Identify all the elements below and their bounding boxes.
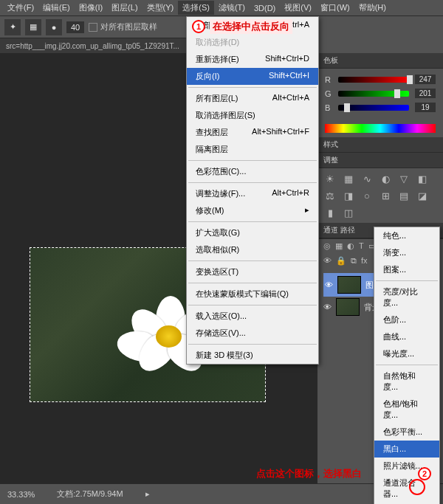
annotation-1-text: 在选择中点击反向 [210, 19, 292, 34]
select-menu-item[interactable]: 反向(I)Shift+Ctrl+I [187, 68, 318, 85]
adj-menu-item[interactable]: 图案... [374, 261, 439, 278]
select-menu-item[interactable]: 新建 3D 模型(3) [187, 347, 318, 364]
badge-2: 2 [418, 467, 431, 480]
adj-menu-item[interactable]: 亮度/对比度... [374, 283, 439, 311]
select-menu-item[interactable]: 色彩范围(C)... [187, 163, 318, 180]
menu-select[interactable]: 选择(S) [178, 1, 214, 15]
status-chevron-icon[interactable]: ▸ [145, 489, 150, 499]
select-menu-item[interactable]: 选取相似(R) [187, 241, 318, 258]
styles-panel-header[interactable]: 样式 [317, 137, 443, 153]
r-slider[interactable] [338, 77, 409, 83]
hue-icon[interactable]: ◧ [416, 173, 429, 184]
filter-pixel-icon[interactable]: ▦ [335, 241, 343, 251]
tolerance-value[interactable]: 40 [66, 21, 84, 33]
select-menu-item[interactable]: 修改(M)▸ [187, 202, 318, 219]
lock-icon[interactable]: 🔒 [336, 256, 346, 266]
exposure-icon[interactable]: ◐ [379, 173, 392, 184]
bw-icon[interactable]: ◨ [342, 190, 355, 201]
annotation-2-text: 点击这个图标，选择黑白 [256, 467, 362, 480]
visibility-icon[interactable]: 👁 [323, 303, 332, 311]
menu-file[interactable]: 文件(F) [3, 1, 38, 15]
select-menu-item[interactable]: 隔离图层 [187, 141, 318, 158]
select-menu-item[interactable]: 重新选择(E)Shift+Ctrl+D [187, 51, 318, 68]
adj-menu-item[interactable]: 渐变... [374, 244, 439, 261]
levels-icon[interactable]: ▦ [342, 173, 355, 184]
filter-kind-icon[interactable]: ◎ [323, 241, 331, 251]
threshold-icon[interactable]: ◫ [342, 207, 355, 218]
select-menu-item[interactable]: 扩大选取(G) [187, 224, 318, 241]
layer-thumb [336, 298, 360, 316]
b-value[interactable]: 19 [415, 103, 436, 112]
color-sliders: R247 G201 B19 [317, 69, 443, 122]
swatches-panel-header[interactable]: 色板 [317, 53, 443, 69]
menu-view[interactable]: 视图(V) [280, 1, 316, 15]
select-menu-item[interactable]: 查找图层Alt+Shift+Ctrl+F [187, 124, 318, 141]
selection-mode-icon[interactable]: ▦ [25, 19, 41, 35]
badge-1: 1 [192, 20, 205, 33]
brightness-icon[interactable]: ☀ [323, 173, 337, 184]
doc-size: 文档:2.75M/9.94M [57, 489, 123, 500]
menu-window[interactable]: 窗口(W) [316, 1, 354, 15]
menubar: 文件(F) 编辑(E) 图像(I) 图层(L) 类型(Y) 选择(S) 滤镜(T… [0, 0, 443, 16]
adj-menu-item[interactable]: 色相/饱和度... [374, 396, 439, 424]
adj-menu-item[interactable]: 色阶... [374, 311, 439, 328]
g-value[interactable]: 201 [415, 89, 436, 98]
lookup-icon[interactable]: ▤ [397, 190, 411, 201]
adj-menu-item[interactable]: 黑白... [374, 441, 439, 458]
annotation-2-ring: 2 [409, 479, 425, 495]
mixer-icon[interactable]: ⊞ [379, 190, 392, 201]
sample-all-layers-checkbox[interactable]: 对所有图层取样 [89, 21, 157, 32]
g-label: G [325, 89, 332, 98]
brush-size-icon[interactable]: ● [46, 19, 62, 35]
menu-layer[interactable]: 图层(L) [107, 1, 142, 15]
adj-menu-item[interactable]: 曲线... [374, 328, 439, 345]
filter-icon[interactable]: ○ [360, 190, 374, 201]
link-icon[interactable]: ⧉ [351, 256, 357, 266]
menu-3d[interactable]: 3D(D) [250, 2, 280, 14]
eye-icon[interactable]: 👁 [323, 256, 332, 266]
select-menu-item[interactable]: 变换选区(T) [187, 263, 318, 280]
menu-image[interactable]: 图像(I) [75, 1, 107, 15]
layer-thumb [337, 276, 361, 294]
filter-adj-icon[interactable]: ◐ [347, 241, 354, 251]
color-spectrum[interactable] [325, 124, 436, 133]
select-menu-item[interactable]: 存储选区(V)... [187, 325, 318, 342]
select-menu-item[interactable]: 取消选择图层(S) [187, 107, 318, 124]
adj-menu-item[interactable]: 纯色... [374, 227, 439, 244]
zoom-level[interactable]: 33.33% [7, 490, 35, 499]
b-label: B [325, 103, 332, 112]
adj-menu-item[interactable]: 通道混合器... [374, 474, 439, 503]
menu-type[interactable]: 类型(Y) [142, 1, 179, 15]
wand-tool-icon[interactable]: ✦ [4, 19, 21, 35]
annotation-1: 1 在选择中点击反向 [192, 19, 292, 34]
vibrance-icon[interactable]: ▽ [397, 173, 411, 184]
select-menu-item[interactable]: 在快速蒙版模式下编辑(Q) [187, 286, 318, 303]
fx-icon[interactable]: fx [361, 256, 368, 266]
adjustment-popup-menu: 纯色...渐变...图案...亮度/对比度...色阶...曲线...曝光度...… [374, 227, 440, 504]
r-value[interactable]: 247 [415, 75, 436, 84]
menu-help[interactable]: 帮助(H) [354, 1, 391, 15]
adjustments-panel-header[interactable]: 调整 [317, 153, 443, 168]
adjustments-icons: ☀ ▦ ∿ ◐ ▽ ◧ ⚖ ◨ ○ ⊞ ▤ ◪ ▮ ◫ [317, 168, 443, 223]
visibility-icon[interactable]: 👁 [325, 280, 333, 289]
adj-menu-item[interactable]: 色彩平衡... [374, 424, 439, 441]
filter-text-icon[interactable]: T [359, 241, 364, 251]
adj-menu-item[interactable]: 曝光度... [374, 345, 439, 362]
balance-icon[interactable]: ⚖ [323, 190, 337, 201]
select-menu-item[interactable]: 所有图层(L)Alt+Ctrl+A [187, 90, 318, 107]
b-slider[interactable] [338, 105, 409, 111]
adj-menu-item[interactable]: 自然饱和度... [374, 367, 439, 396]
menu-edit[interactable]: 编辑(E) [38, 1, 75, 15]
r-label: R [325, 75, 332, 84]
invert-icon[interactable]: ◪ [416, 190, 429, 201]
select-menu-item[interactable]: 载入选区(O)... [187, 308, 318, 325]
select-menu-item[interactable]: 取消选择(D) [187, 34, 318, 51]
select-dropdown-menu: 全部(A)Ctrl+A取消选择(D)重新选择(E)Shift+Ctrl+D反向(… [186, 16, 319, 365]
curves-icon[interactable]: ∿ [360, 173, 374, 184]
checkbox-icon [89, 23, 97, 32]
menu-filter[interactable]: 滤镜(T) [214, 1, 250, 15]
posterize-icon[interactable]: ▮ [323, 207, 337, 218]
g-slider[interactable] [338, 91, 409, 97]
select-menu-item[interactable]: 调整边缘(F)...Alt+Ctrl+R [187, 185, 318, 202]
